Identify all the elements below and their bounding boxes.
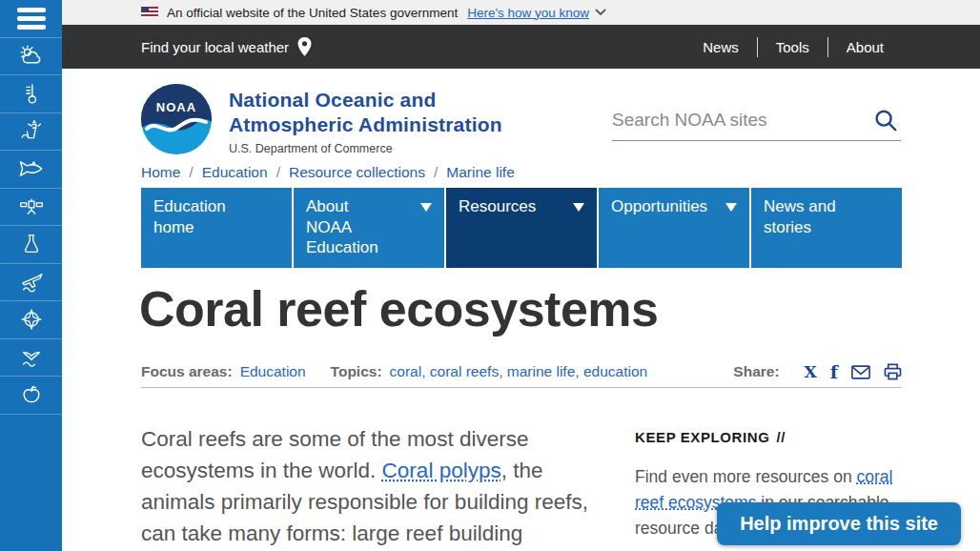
topic-links: coral coral reefs marine life education	[390, 363, 648, 380]
topic-link-coral-reefs[interactable]: coral reefs	[430, 363, 507, 379]
sidebar-item-fisheries[interactable]	[0, 151, 62, 189]
section-nav: Education home About NOAA Education Reso…	[141, 188, 902, 268]
noaa-education-page: An official website of the United States…	[0, 0, 980, 551]
topic-link-marine-life[interactable]: marine life	[507, 363, 583, 379]
left-icon-sidebar	[0, 0, 62, 551]
topbar-links: News Tools About	[684, 37, 902, 57]
coral-polyps-link[interactable]: Coral polyps	[382, 459, 501, 482]
gov-banner-text: An official website of the United States…	[167, 6, 458, 20]
sidebar-item-charting[interactable]	[0, 301, 62, 339]
dropdown-arrow-icon	[420, 203, 432, 212]
agency-name-line2: Atmospheric Administration	[229, 112, 502, 137]
article-meta: Focus areas: Education Topics: coral cor…	[141, 361, 902, 382]
topics-label: Topics:	[331, 363, 382, 380]
search-button[interactable]	[872, 107, 899, 136]
meta-divider	[141, 387, 902, 388]
nav-item-education-home[interactable]: Education home	[141, 188, 292, 268]
topbar-link-about[interactable]: About	[827, 37, 902, 57]
dropdown-arrow-icon	[725, 203, 737, 212]
apple-icon	[17, 380, 46, 409]
site-search	[612, 101, 901, 141]
nav-item-resources[interactable]: Resources	[446, 188, 597, 268]
breadcrumb-marine-life[interactable]: Marine life	[446, 164, 515, 180]
flask-icon	[18, 231, 45, 257]
sidebar-item-satellites[interactable]	[0, 189, 62, 227]
x-twitter-icon[interactable]: X	[805, 362, 817, 381]
sidebar-item-marine-aviation[interactable]	[0, 264, 62, 302]
email-icon[interactable]	[851, 365, 870, 379]
airplane-icon	[17, 268, 46, 296]
sidebar-item-coasts[interactable]	[0, 113, 62, 152]
svg-text:NOAA: NOAA	[156, 100, 196, 114]
sidebar-item-weather[interactable]	[0, 38, 62, 76]
sidebar-item-climate[interactable]	[0, 75, 62, 113]
topbar-link-news[interactable]: News	[684, 37, 757, 57]
page-title: Coral reef ecosystems	[139, 280, 658, 337]
gov-banner: An official website of the United States…	[62, 0, 980, 25]
how-you-know-link[interactable]: Here's how you know	[467, 6, 589, 20]
nav-item-about-noaa-education[interactable]: About NOAA Education	[294, 188, 444, 268]
location-pin-icon	[297, 37, 312, 56]
agency-title[interactable]: National Oceanic and Atmospheric Adminis…	[229, 88, 502, 155]
dropdown-arrow-icon	[573, 203, 584, 212]
sidebar-item-research[interactable]	[0, 226, 62, 264]
top-utility-bar: Find your local weather News Tools About	[62, 25, 980, 69]
noaa-logo[interactable]: NOAA	[141, 84, 212, 154]
breadcrumb: Home/Education/Resource collections/Mari…	[141, 164, 515, 181]
nav-item-opportunities[interactable]: Opportunities	[599, 188, 749, 268]
agency-name-line1: National Oceanic and	[229, 88, 502, 112]
print-icon[interactable]	[884, 363, 902, 380]
share-group: Share: X f	[733, 361, 902, 382]
focus-area-education-link[interactable]: Education	[240, 363, 306, 380]
topic-link-education[interactable]: education	[583, 363, 647, 379]
heading-slashes: //	[777, 429, 786, 445]
compass-icon	[17, 305, 46, 334]
help-improve-site-button[interactable]: Help improve this site	[717, 502, 961, 545]
breadcrumb-resource-collections[interactable]: Resource collections	[289, 164, 425, 180]
local-weather-link[interactable]: Find your local weather	[141, 37, 312, 56]
thermometer-icon	[17, 79, 46, 108]
fish-icon	[16, 153, 47, 184]
noaa-logo-image: NOAA	[141, 84, 212, 154]
whale-tail-icon	[17, 343, 46, 372]
lighthouse-icon	[17, 117, 46, 146]
topic-link-coral[interactable]: coral	[390, 363, 430, 379]
sidebar-item-menu[interactable]	[0, 0, 62, 38]
sidebar-item-sanctuaries[interactable]	[0, 339, 62, 378]
article-intro: Coral reefs are some of the most diverse…	[141, 423, 599, 549]
search-input[interactable]	[612, 101, 855, 139]
chevron-down-icon[interactable]	[595, 9, 606, 16]
nav-item-news-and-stories[interactable]: News and stories	[751, 188, 902, 268]
search-icon	[872, 107, 899, 133]
topbar-link-tools[interactable]: Tools	[757, 37, 827, 57]
weather-icon	[17, 42, 46, 71]
facebook-icon[interactable]: f	[830, 361, 838, 382]
breadcrumb-home[interactable]: Home	[141, 164, 180, 180]
share-label: Share:	[733, 363, 779, 380]
breadcrumb-education[interactable]: Education	[202, 164, 268, 180]
sidebar-item-education[interactable]	[0, 377, 62, 415]
satellite-icon	[17, 193, 46, 221]
agency-department: U.S. Department of Commerce	[229, 142, 502, 155]
keep-exploring-heading: KEEP EXPLORING//	[635, 429, 904, 445]
menu-icon	[17, 8, 46, 30]
focus-areas-label: Focus areas:	[141, 363, 233, 380]
us-flag-icon	[141, 7, 158, 18]
